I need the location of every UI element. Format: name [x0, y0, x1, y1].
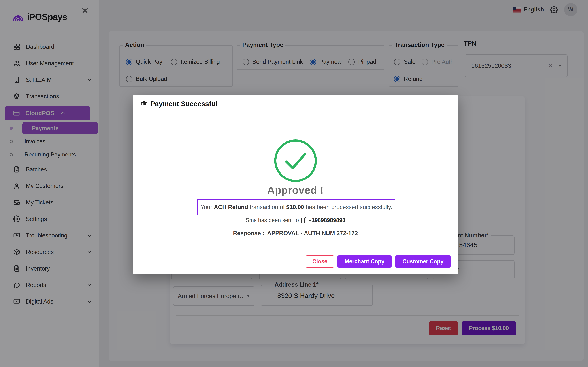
bank-icon	[141, 100, 148, 107]
approval-message-box: Your ACH Refund transaction of $10.00 ha…	[197, 199, 395, 215]
response-value: APPROVAL - AUTH NUM 272-172	[267, 230, 358, 237]
modal-header: Payment Successful	[133, 95, 458, 113]
customer-copy-button[interactable]: Customer Copy	[395, 255, 451, 267]
status-text: Approved !	[133, 184, 458, 196]
response-label: Response :	[233, 230, 264, 237]
message-suffix: has been processed successfully.	[304, 204, 392, 210]
close-button[interactable]: Close	[306, 255, 334, 267]
sms-prefix: Sms has been sent to	[246, 217, 299, 223]
sms-line: Sms has been sent to +19898989898	[133, 217, 458, 223]
close-label: Close	[312, 258, 327, 265]
approval-message: Your ACH Refund transaction of $10.00 ha…	[200, 204, 392, 210]
payment-success-modal: Payment Successful Approved ! Your ACH R…	[133, 95, 458, 275]
message-prefix: Your	[200, 204, 214, 210]
message-middle: transaction of	[248, 204, 286, 210]
customer-copy-label: Customer Copy	[402, 258, 443, 265]
phone-icon	[301, 217, 306, 223]
message-amount: $10.00	[286, 204, 304, 210]
success-check-icon	[273, 138, 319, 184]
response-line: Response : APPROVAL - AUTH NUM 272-172	[133, 230, 458, 237]
message-transaction-type: ACH Refund	[214, 204, 248, 210]
merchant-copy-label: Merchant Copy	[345, 258, 384, 265]
merchant-copy-button[interactable]: Merchant Copy	[337, 255, 391, 267]
sms-number: +19898989898	[308, 217, 345, 223]
modal-title: Payment Successful	[150, 100, 217, 108]
